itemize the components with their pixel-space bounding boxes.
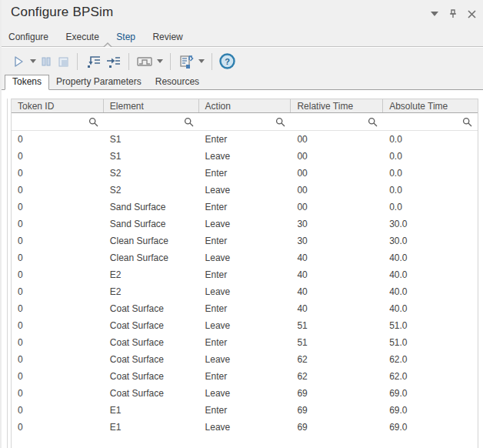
table-cell: 0.0 bbox=[383, 199, 478, 216]
search-icon bbox=[88, 117, 98, 127]
column-filter-cell[interactable] bbox=[12, 113, 104, 130]
table-row[interactable]: 0S2Leave000.0 bbox=[12, 182, 478, 199]
waveform-options-dropdown[interactable] bbox=[155, 59, 165, 63]
table-cell: 30.0 bbox=[383, 216, 478, 232]
window-menu-button[interactable] bbox=[428, 7, 441, 21]
table-cell: E1 bbox=[104, 402, 199, 419]
table-cell: 51.0 bbox=[383, 317, 478, 334]
table-cell: 30.0 bbox=[383, 232, 478, 249]
table-cell: 40.0 bbox=[383, 266, 478, 283]
column-header-token-id[interactable]: Token ID bbox=[12, 99, 104, 112]
caret-down-icon bbox=[30, 59, 36, 63]
table-row[interactable]: 0Coat SurfaceEnter4040.0 bbox=[12, 300, 478, 317]
table-row[interactable]: 0S2Enter000.0 bbox=[12, 165, 478, 182]
export-icon bbox=[178, 54, 195, 69]
column-filter-cell[interactable] bbox=[199, 113, 291, 130]
table-cell: Coat Surface bbox=[104, 351, 199, 368]
table-cell: 69.0 bbox=[383, 385, 478, 402]
titlebar: Configure BPSim bbox=[2, 0, 483, 28]
table-row[interactable]: 0Coat SurfaceLeave5151.0 bbox=[12, 317, 478, 334]
table-cell: 0.0 bbox=[383, 148, 478, 165]
table-row[interactable]: 0Coat SurfaceEnter6262.0 bbox=[12, 368, 478, 385]
menu-configure[interactable]: Configure bbox=[2, 28, 55, 46]
table-cell: 69 bbox=[291, 385, 383, 402]
table-cell: 0 bbox=[12, 402, 104, 419]
table-cell: 30 bbox=[291, 232, 383, 249]
active-menu-notch-fill bbox=[105, 44, 111, 47]
export-options-dropdown[interactable] bbox=[196, 59, 206, 63]
table-row[interactable]: 0E2Enter4040.0 bbox=[12, 266, 478, 283]
play-icon bbox=[11, 54, 26, 69]
table-row[interactable]: 0E1Leave6969.0 bbox=[12, 419, 478, 436]
table-cell: E2 bbox=[104, 266, 199, 283]
table-cell: Coat Surface bbox=[104, 368, 199, 385]
stop-simulation-button[interactable] bbox=[55, 52, 72, 72]
column-header-element[interactable]: Element bbox=[104, 99, 199, 112]
waveform-view-button[interactable] bbox=[135, 52, 155, 72]
table-row[interactable]: 0Clean SurfaceEnter3030.0 bbox=[12, 232, 478, 249]
table-cell: Leave bbox=[199, 216, 291, 232]
table-cell: 40 bbox=[291, 266, 383, 283]
column-header-action[interactable]: Action bbox=[199, 99, 291, 112]
table-row[interactable]: 0Coat SurfaceEnter5151.0 bbox=[12, 334, 478, 351]
table-cell: 0 bbox=[12, 249, 104, 266]
table-row[interactable]: 0E2Leave4040.0 bbox=[12, 283, 478, 300]
table-cell: 0 bbox=[12, 300, 104, 317]
column-filter-cell[interactable] bbox=[104, 113, 199, 130]
table-cell: Leave bbox=[199, 283, 291, 300]
table-row[interactable]: 0S1Enter000.0 bbox=[12, 131, 478, 148]
column-header-relative-time[interactable]: Relative Time bbox=[291, 99, 383, 112]
table-cell: 0 bbox=[12, 385, 104, 402]
run-simulation-button[interactable] bbox=[9, 52, 28, 72]
table-cell: E2 bbox=[104, 283, 199, 300]
table-row[interactable]: 0Clean SurfaceLeave4040.0 bbox=[12, 249, 478, 266]
window-title: Configure BPSim bbox=[11, 5, 113, 20]
table-row[interactable]: 0Sand SurfaceLeave3030.0 bbox=[12, 216, 478, 232]
search-icon bbox=[368, 117, 378, 127]
table-row[interactable]: 0Coat SurfaceLeave6262.0 bbox=[12, 351, 478, 368]
step-into-button[interactable] bbox=[83, 52, 103, 72]
search-icon bbox=[462, 117, 472, 127]
tab-tokens[interactable]: Tokens bbox=[5, 75, 49, 90]
table-cell: Leave bbox=[199, 385, 291, 402]
window-controls bbox=[428, 7, 478, 21]
table-row[interactable]: 0S1Leave000.0 bbox=[12, 148, 478, 165]
table-cell: 00 bbox=[291, 148, 383, 165]
close-icon bbox=[468, 10, 476, 18]
pause-simulation-button[interactable] bbox=[38, 52, 55, 72]
table-cell: 51 bbox=[291, 334, 383, 351]
table-cell: 0 bbox=[12, 199, 104, 216]
table-cell: Enter bbox=[199, 199, 291, 216]
table-row[interactable]: 0E1Enter6969.0 bbox=[12, 402, 478, 419]
table-row[interactable]: 0Coat SurfaceLeave6969.0 bbox=[12, 385, 478, 402]
svg-text:?: ? bbox=[225, 57, 230, 66]
column-filter-cell[interactable] bbox=[383, 113, 478, 130]
auto-hide-button[interactable] bbox=[446, 7, 460, 21]
column-header-absolute-time[interactable]: Absolute Time bbox=[383, 99, 478, 112]
close-button[interactable] bbox=[465, 7, 478, 21]
help-button[interactable]: ? bbox=[218, 52, 237, 72]
menu-execute[interactable]: Execute bbox=[58, 28, 105, 46]
table-header-row: Token ID Element Action Relative Time Ab… bbox=[12, 99, 478, 113]
help-icon: ? bbox=[219, 53, 235, 69]
toolbar: ? bbox=[2, 48, 483, 75]
export-results-button[interactable] bbox=[176, 52, 196, 72]
menubar: Configure Execute Step Review bbox=[2, 28, 483, 47]
menu-step[interactable]: Step bbox=[109, 28, 142, 46]
table-cell: Leave bbox=[199, 148, 291, 165]
table-cell: 62 bbox=[291, 368, 383, 385]
table-cell: 51.0 bbox=[383, 334, 478, 351]
step-over-button[interactable] bbox=[103, 52, 123, 72]
table-cell: 40 bbox=[291, 300, 383, 317]
menu-review[interactable]: Review bbox=[145, 28, 189, 46]
table-cell: 69.0 bbox=[383, 419, 478, 436]
tab-resources[interactable]: Resources bbox=[148, 75, 206, 90]
run-options-dropdown[interactable] bbox=[28, 59, 38, 63]
table-cell: Leave bbox=[199, 351, 291, 368]
table-cell: Enter bbox=[199, 300, 291, 317]
table-cell: 40 bbox=[291, 283, 383, 300]
caret-down-icon bbox=[431, 12, 438, 16]
tab-property-parameters[interactable]: Property Parameters bbox=[49, 75, 148, 90]
table-row[interactable]: 0Sand SurfaceEnter000.0 bbox=[12, 199, 478, 216]
column-filter-cell[interactable] bbox=[291, 113, 383, 130]
